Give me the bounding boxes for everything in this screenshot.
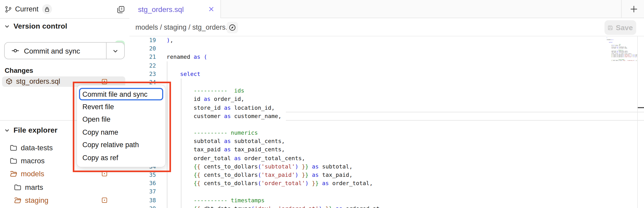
line-number: 38 (129, 196, 156, 205)
folder-icon (10, 144, 17, 151)
file-explorer-title: File explorer (14, 126, 57, 134)
new-tab-plus-icon[interactable] (629, 4, 639, 14)
copy-branch-icon[interactable] (117, 6, 124, 14)
code-line-28: 28 customer as customer_name, (129, 112, 644, 120)
line-number: 21 (129, 53, 156, 62)
folder-modified-badge-icon (102, 171, 107, 177)
code-line-38: 38 ---------- timestamps (129, 196, 644, 205)
code-line-29: 29 (129, 121, 644, 129)
code-line-23: 23 select (129, 70, 644, 79)
line-number: 35 (129, 171, 156, 179)
code-line-30: 30 ---------- numerics (129, 129, 644, 137)
commit-and-sync-button[interactable]: Commit and sync (5, 43, 106, 59)
branch-bar: Current (0, 0, 129, 18)
active-line-bottom-border (286, 120, 644, 121)
changed-file-name: stg_orders.sql (16, 77, 60, 85)
code-line-35: 35 {{ cents_to_dollars('tax_paid') }} as… (129, 171, 644, 179)
line-number: 19 (129, 36, 156, 45)
minimap[interactable]: ),renamed as ( select ---------- ids id … (606, 37, 637, 61)
line-number: 37 (129, 188, 156, 196)
folder-label: data-tests (21, 143, 53, 152)
indent-guide (181, 79, 181, 208)
file-context-menu: Commit file and syncRevert fileOpen file… (77, 85, 165, 167)
commit-and-sync-label: Commit and sync (24, 47, 80, 55)
context-menu-item-commit-file-and-sync[interactable]: Commit file and sync (79, 88, 163, 100)
branch-name: Current (15, 5, 38, 13)
code-line-19: 19), (129, 36, 644, 45)
folder-icon (10, 157, 17, 164)
code-line-32: 32 tax_paid as tax_paid_cents, (129, 146, 644, 154)
chevron-down-icon (4, 23, 10, 29)
context-menu-item-revert-file[interactable]: Revert file (77, 100, 165, 113)
indent-guide (167, 61, 167, 208)
folder-modified-badge-icon (102, 198, 107, 203)
code-lines: 19),2021renamed as (2223 select2425 ----… (129, 36, 644, 208)
scrollbar-thumb[interactable] (638, 107, 644, 108)
file-explorer-item-staging[interactable]: staging (0, 194, 129, 207)
code-line-21: 21renamed as ( (129, 53, 644, 62)
folder-label: macros (21, 157, 45, 165)
code-line-27: 27 store_id as location_id, (129, 104, 644, 112)
code-line-34: 34 {{ cents_to_dollars('subtotal') }} as… (129, 163, 644, 171)
tab-stg-orders[interactable]: stg_orders.sql (129, 0, 221, 18)
model-cube-icon (6, 78, 12, 85)
save-button[interactable]: Save (604, 20, 636, 35)
dbt-ide-window: Current Version control 1 (0, 0, 644, 208)
code-line-33: 33 order_total as order_total_cents, (129, 154, 644, 162)
commit-icon (11, 47, 19, 55)
save-label: Save (616, 23, 633, 32)
code-editor[interactable]: 19),2021renamed as (2223 select2425 ----… (129, 36, 644, 208)
minimap-line: {{ dbt.date_trunc('day', 'ordered_at') }… (606, 60, 637, 61)
tab-title: stg_orders.sql (138, 5, 184, 13)
line-number: 22 (129, 62, 156, 70)
code-line-24: 24 (129, 79, 644, 87)
breadcrumb: models / staging / stg_orders.sql (135, 18, 236, 36)
lock-icon (45, 6, 49, 12)
branch-lock-badge (42, 4, 52, 14)
active-line-top-border (286, 112, 644, 112)
version-control-header[interactable]: Version control 1 (0, 20, 129, 32)
context-menu-item-copy-name[interactable]: Copy name (77, 126, 165, 139)
close-tab-icon[interactable] (208, 6, 214, 12)
code-line-20: 20 (129, 45, 644, 53)
folder-icon (14, 184, 21, 191)
line-number: 39 (129, 205, 156, 208)
file-explorer-item-models[interactable]: models (0, 167, 129, 181)
code-line-26: 26 id as order_id, (129, 95, 644, 104)
minimap-border (637, 36, 638, 208)
chevron-down-icon (112, 48, 119, 54)
lineage-compass-icon[interactable] (226, 22, 238, 33)
code-line-37: 37 (129, 188, 644, 196)
commit-and-sync-split-button: Commit and sync (4, 42, 125, 59)
folder-label: staging (25, 196, 48, 205)
code-line-39: 39 {{ dbt.date_trunc('day', 'ordered_at'… (129, 205, 644, 208)
code-line-36: 36 {{ cents_to_dollars('order_total') }}… (129, 179, 644, 188)
commit-options-dropdown[interactable] (107, 43, 124, 59)
folder-label: models (21, 170, 44, 178)
file-modified-badge-icon (102, 79, 107, 84)
line-number: 20 (129, 45, 156, 53)
code-line-31: 31 subtotal as subtotal_cents, (129, 138, 644, 146)
code-line-22: 22 (129, 62, 644, 70)
breadcrumb-bar: models / staging / stg_orders.sql Save (129, 18, 644, 36)
line-number: 36 (129, 179, 156, 188)
save-disk-icon (607, 24, 613, 31)
folder-open-icon (10, 170, 17, 178)
minimap-line: {{ cents_to_dollars('order_total') }} as… (606, 56, 637, 57)
folder-open-icon (14, 197, 21, 204)
git-branch-icon (5, 5, 12, 13)
line-number: 23 (129, 70, 156, 79)
tab-strip: stg_orders.sql (129, 0, 644, 18)
context-menu-item-copy-relative-path[interactable]: Copy relative path (77, 139, 165, 151)
context-menu-item-open-file[interactable]: Open file (77, 113, 165, 126)
changes-heading: Changes (5, 67, 33, 74)
folder-label: marts (25, 183, 43, 191)
version-control-title: Version control (14, 22, 67, 30)
file-explorer-item-marts[interactable]: marts (0, 180, 129, 194)
code-line-25: 25 ---------- ids (129, 87, 644, 95)
chevron-down-icon (4, 127, 10, 133)
context-menu-item-copy-as-ref[interactable]: Copy as ref (77, 151, 165, 164)
